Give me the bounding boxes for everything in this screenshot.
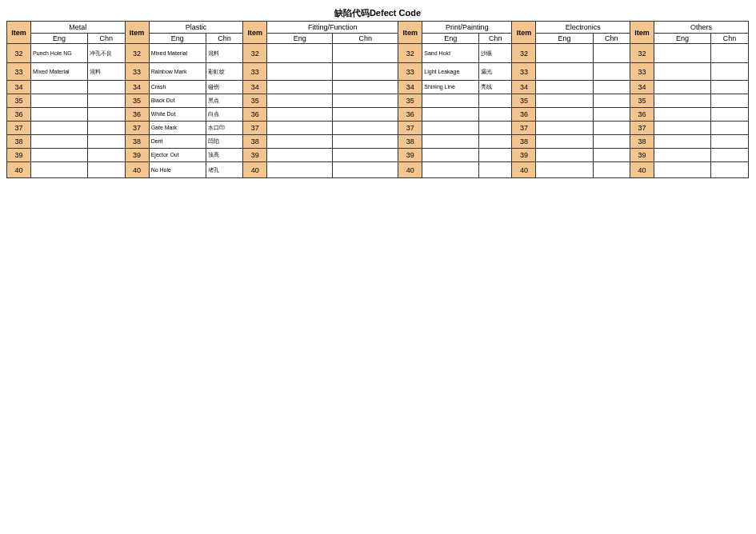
cell-chn	[88, 122, 125, 135]
row-number: 39	[630, 149, 654, 162]
cell-chn	[593, 44, 630, 63]
cell-eng	[422, 149, 479, 162]
sub-eng: Eng	[536, 34, 593, 44]
cell-chn	[333, 108, 398, 122]
cell-chn	[593, 81, 630, 94]
cell-chn: 亮线	[479, 81, 512, 94]
cell-chn	[711, 44, 749, 63]
row-number: 40	[7, 162, 31, 178]
cell-chn	[711, 149, 749, 162]
cell-eng	[536, 135, 593, 149]
table-row: 3737Gate Mark水口印37373737	[7, 122, 749, 135]
table-body: 32Punch Hole NG冲孔不良32Mixed Material混料323…	[7, 44, 749, 178]
cell-eng	[536, 122, 593, 135]
cell-eng	[536, 63, 593, 81]
cell-chn: 黑点	[206, 94, 242, 108]
cell-chn: 沙眼	[479, 44, 512, 63]
col-item-2: Item	[243, 22, 267, 44]
row-number: 32	[125, 44, 149, 63]
cell-eng	[654, 135, 711, 149]
cell-chn	[333, 162, 398, 178]
row-number: 40	[125, 162, 149, 178]
header-row-groups: Item Metal Item Plastic Item Fitting/Fun…	[7, 22, 749, 34]
sub-chn: Chn	[711, 34, 749, 44]
cell-eng: Rainbow Mark	[149, 63, 206, 81]
cell-eng	[267, 44, 333, 63]
cell-chn	[88, 162, 125, 178]
cell-eng	[31, 122, 88, 135]
cell-chn	[711, 162, 749, 178]
row-number: 37	[512, 122, 536, 135]
cell-chn	[88, 135, 125, 149]
row-number: 39	[125, 149, 149, 162]
cell-chn: 碰伤	[206, 81, 242, 94]
sub-eng: Eng	[267, 34, 333, 44]
cell-chn	[593, 135, 630, 149]
cell-chn	[711, 108, 749, 122]
cell-eng: Mixed Material	[31, 63, 88, 81]
row-number: 37	[398, 122, 422, 135]
cell-eng	[654, 122, 711, 135]
col-item-1: Item	[125, 22, 149, 44]
cell-eng: Light Leakage	[422, 63, 479, 81]
row-number: 39	[398, 149, 422, 162]
cell-eng	[422, 108, 479, 122]
cell-eng: Black Dot	[149, 94, 206, 108]
cell-eng	[422, 94, 479, 108]
cell-chn	[88, 81, 125, 94]
cell-eng	[536, 162, 593, 178]
cell-eng	[267, 149, 333, 162]
defect-code-table: 缺陷代码Defect Code Item Metal Item Plastic …	[6, 6, 749, 178]
sub-chn: Chn	[333, 34, 398, 44]
cell-eng	[267, 162, 333, 178]
sub-eng: Eng	[31, 34, 88, 44]
row-number: 33	[512, 63, 536, 81]
cell-eng	[536, 94, 593, 108]
row-number: 35	[630, 94, 654, 108]
cell-chn	[479, 162, 512, 178]
cell-eng	[31, 162, 88, 178]
row-number: 39	[7, 149, 31, 162]
cell-eng	[267, 81, 333, 94]
cell-eng: No Hole	[149, 162, 206, 178]
cell-eng	[536, 108, 593, 122]
cell-eng: Crash	[149, 81, 206, 94]
row-number: 36	[398, 108, 422, 122]
grp-plastic: Plastic	[149, 22, 243, 34]
cell-chn: 白点	[206, 108, 242, 122]
row-number: 36	[243, 108, 267, 122]
cell-eng	[654, 44, 711, 63]
row-number: 40	[243, 162, 267, 178]
cell-chn: 水口印	[206, 122, 242, 135]
cell-chn: 凹陷	[206, 135, 242, 149]
cell-eng: Punch Hole NG	[31, 44, 88, 63]
cell-chn	[479, 94, 512, 108]
cell-eng	[654, 162, 711, 178]
cell-chn	[711, 94, 749, 108]
table-row: 32Punch Hole NG冲孔不良32Mixed Material混料323…	[7, 44, 749, 63]
cell-eng	[654, 81, 711, 94]
cell-eng	[267, 135, 333, 149]
grp-fitting: Fitting/Function	[267, 22, 398, 34]
col-item-0: Item	[7, 22, 31, 44]
row-number: 38	[7, 135, 31, 149]
row-number: 37	[125, 122, 149, 135]
row-number: 32	[7, 44, 31, 63]
cell-eng	[654, 63, 711, 81]
cell-chn	[479, 135, 512, 149]
cell-chn	[479, 108, 512, 122]
cell-chn	[593, 149, 630, 162]
grp-others: Others	[654, 22, 749, 34]
cell-eng: Ejector Out	[149, 149, 206, 162]
sub-eng: Eng	[149, 34, 206, 44]
cell-chn	[88, 94, 125, 108]
cell-eng	[31, 81, 88, 94]
cell-eng	[422, 162, 479, 178]
sub-chn: Chn	[479, 34, 512, 44]
cell-chn: 顶高	[206, 149, 242, 162]
table-row: 3434Crash碰伤3434Shining Line亮线3434	[7, 81, 749, 94]
row-number: 38	[243, 135, 267, 149]
cell-chn: 混料	[88, 63, 125, 81]
cell-eng	[31, 94, 88, 108]
row-number: 40	[630, 162, 654, 178]
